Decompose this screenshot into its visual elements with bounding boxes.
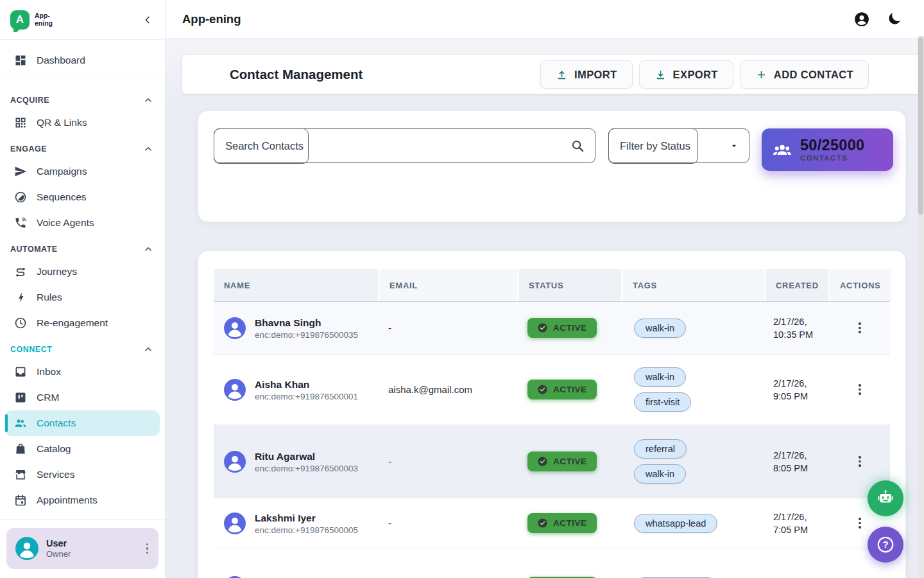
dark-mode-toggle[interactable] (887, 11, 903, 28)
created-value: 2/17/26, 10:35 PM (773, 315, 813, 341)
tags-cell: referral walk-in (621, 425, 764, 498)
search-input[interactable]: Search Contacts (214, 128, 595, 163)
plus-icon (755, 69, 767, 81)
account-button[interactable] (853, 11, 870, 28)
created-cell: 2/17/26, 8:05 PM (764, 425, 828, 498)
name-cell: Jyoti Rawat (214, 548, 378, 578)
sidebar-item-journeys[interactable]: Journeys (0, 259, 165, 285)
chatbot-fab[interactable] (868, 480, 903, 516)
table-header-row: NAME EMAIL STATUS TAGS CREATED ACTIONS (214, 269, 890, 302)
status-cell: ACTIVE (517, 302, 621, 354)
created-cell: 2/17/26, 10:35 PM (764, 302, 828, 354)
status-label: ACTIVE (553, 323, 587, 333)
vertical-scrollbar[interactable] (918, 36, 924, 578)
tag-chip: referral (634, 439, 687, 459)
tag-chip: first-visit (634, 392, 691, 412)
status-label: ACTIVE (553, 385, 587, 394)
row-actions-button[interactable] (856, 515, 864, 531)
contact-toolbar: Contact Management IMPORT EXPORT (182, 55, 924, 94)
created-value: 2/17/26, 7:05 PM (773, 511, 808, 536)
import-button[interactable]: IMPORT (540, 60, 633, 89)
contact-identity: Bhavna Singh enc:demo:+919876500035 (255, 316, 358, 340)
row-actions-button[interactable] (856, 453, 864, 469)
chevron-up-icon[interactable] (143, 95, 153, 105)
status-badge: ACTIVE (527, 380, 597, 399)
sidebar-item-campaigns[interactable]: Campaigns (0, 159, 165, 184)
user-menu-button[interactable] (144, 541, 151, 557)
sidebar-item-appointments[interactable]: Appointments (0, 487, 165, 513)
sidebar-item-catalog[interactable]: Catalog (0, 436, 165, 462)
app-logo: A App- ening (10, 10, 53, 30)
search-label: Search Contacts (214, 140, 304, 152)
sidebar-item-qr-links[interactable]: QR & Links (0, 110, 165, 136)
check-circle-icon (537, 384, 548, 395)
contact-identity: Lakshmi Iyer enc:demo:+919876500005 (255, 511, 358, 535)
sidebar-item-label: Rules (37, 292, 62, 303)
sidebar-item-sequences[interactable]: Sequences (0, 184, 165, 210)
upload-icon (556, 69, 568, 81)
kebab-menu-icon (146, 543, 149, 554)
people-icon (14, 417, 27, 430)
row-actions-button[interactable] (856, 320, 864, 336)
status-badge: ACTIVE (527, 513, 597, 533)
tags-cell: walk-in first-visit (621, 355, 764, 425)
tags-cell: campaign-lead (621, 548, 764, 578)
contact-avatar (224, 576, 246, 578)
row-actions-button[interactable] (856, 381, 864, 398)
contact-avatar (224, 317, 246, 339)
table-row: Lakshmi Iyer enc:demo:+919876500005 - AC… (214, 498, 890, 548)
kanban-icon (14, 391, 27, 404)
tag-chip: walk-in (634, 367, 686, 387)
scrollbar-thumb[interactable] (918, 37, 923, 215)
status-badge: ACTIVE (527, 318, 597, 338)
check-circle-icon (537, 456, 548, 467)
chevron-up-icon[interactable] (143, 344, 153, 355)
sidebar-item-crm[interactable]: CRM (0, 385, 165, 410)
add-contact-button[interactable]: ADD CONTACT (740, 60, 869, 89)
send-icon (14, 165, 27, 178)
sidebar-item-dashboard[interactable]: Dashboard (0, 48, 165, 73)
help-icon: ? (876, 535, 895, 554)
chevron-up-icon[interactable] (143, 244, 153, 254)
tag-chip: walk-in (634, 319, 686, 338)
contact-avatar (224, 451, 246, 473)
sidebar-item-label: CRM (37, 392, 59, 403)
sidebar-item-contacts[interactable]: Contacts (5, 410, 160, 436)
sidebar-collapse-button[interactable] (142, 14, 153, 26)
sidebar-item-label: Dashboard (37, 55, 85, 66)
status-filter-select[interactable]: Filter by Status (608, 128, 749, 163)
sidebar-item-re-engagement[interactable]: Re-engagement (0, 310, 165, 336)
contact-name: Bhavna Singh (255, 316, 358, 330)
chevron-up-icon[interactable] (143, 144, 153, 154)
bag-icon (14, 442, 27, 455)
toolbar-buttons: IMPORT EXPORT ADD CONTACT (540, 60, 869, 89)
contacts-count-badge: 50/25000 CONTACTS (762, 128, 893, 171)
sidebar-nav: Dashboard ACQUIRE QR & Links ENGAGE (0, 40, 165, 519)
table-row: Ritu Agarwal enc:demo:+919876500003 - AC… (214, 425, 890, 498)
help-fab[interactable]: ? (868, 527, 903, 563)
contact-phone: enc:demo:+919876500003 (255, 464, 358, 473)
sidebar-item-inbox[interactable]: Inbox (0, 359, 165, 385)
sidebar-item-voice-agents[interactable]: Voice Agents (0, 210, 165, 236)
contact-phone: enc:demo:+919876500001 (255, 392, 358, 401)
sidebar-section-connect: CONNECT (0, 336, 165, 359)
app-root: A App- ening Dashboard ACQUIRE (0, 0, 924, 578)
contact-name: Ritu Agarwal (255, 450, 358, 464)
status-cell: ACTIVE (517, 548, 621, 578)
moon-icon (887, 11, 902, 26)
table-row: Jyoti Rawat ACTIVE campaign-lead (214, 548, 890, 578)
sidebar-item-services[interactable]: Services (0, 462, 165, 487)
sidebar-divider (0, 80, 165, 80)
inbox-icon (14, 365, 27, 378)
sidebar-item-rules[interactable]: Rules (0, 285, 165, 310)
app-logo-icon: A (10, 10, 30, 30)
export-button[interactable]: EXPORT (639, 60, 733, 89)
user-role: Owner (46, 549, 71, 559)
sidebar-item-label: Voice Agents (37, 217, 94, 229)
contacts-count-text: 50/25000 CONTACTS (800, 137, 864, 162)
email-cell: - (378, 302, 517, 354)
contact-name: Lakshmi Iyer (255, 511, 358, 525)
sidebar-footer: User Owner (0, 519, 165, 578)
section-label: CONNECT (10, 345, 52, 354)
status-cell: ACTIVE (517, 498, 621, 548)
